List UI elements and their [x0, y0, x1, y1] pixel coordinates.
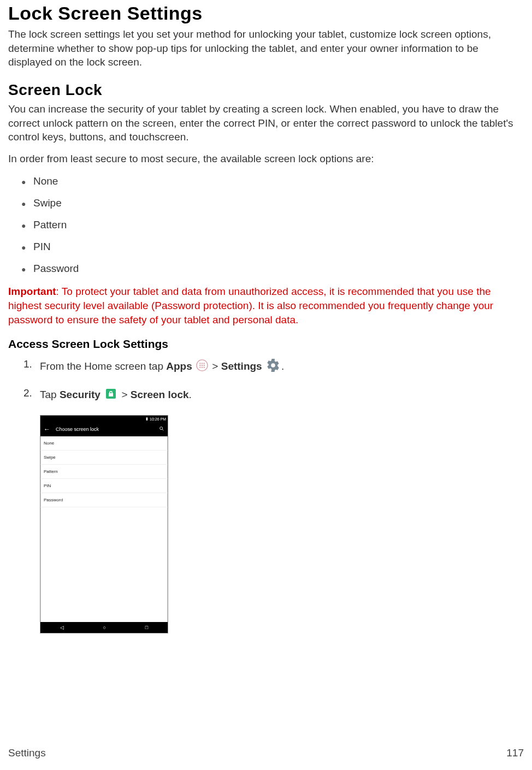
options-list: ●None ●Swipe ●Pattern ●PIN ●Password — [21, 175, 524, 275]
svg-point-8 — [202, 367, 203, 368]
security-label: Security — [60, 389, 101, 400]
option-label: None — [33, 175, 58, 187]
settings-label: Settings — [221, 360, 262, 372]
options-lead-text: In order from least secure to most secur… — [8, 152, 524, 166]
intro-paragraph: The lock screen settings let you set you… — [8, 27, 524, 69]
list-item: ●Pattern — [21, 219, 524, 231]
screen-lock-paragraph: You can increase the security of your ta… — [8, 102, 524, 144]
step-suffix: . — [189, 389, 192, 400]
screen-lock-label: Screen lock — [131, 389, 189, 400]
screen-lock-heading: Screen Lock — [8, 81, 524, 99]
phone-status-bar: ▮ 10:26 PM — [40, 416, 168, 422]
nav-home-icon: ○ — [103, 625, 106, 630]
apps-label: Apps — [166, 360, 192, 372]
battery-icon: ▮ — [146, 417, 148, 421]
phone-option-list: None Swipe Pattern PIN Password — [40, 436, 168, 622]
svg-point-3 — [204, 363, 205, 364]
page-title: Lock Screen Settings — [8, 3, 524, 24]
access-heading: Access Screen Lock Settings — [8, 337, 524, 351]
important-note: Important: To protect your tablet and da… — [8, 285, 524, 327]
svg-point-1 — [199, 363, 200, 364]
nav-recent-icon: □ — [145, 625, 148, 630]
nav-back-icon: ◁ — [60, 625, 64, 630]
important-label: Important — [8, 286, 56, 297]
svg-point-4 — [199, 365, 200, 366]
list-item: Swipe — [40, 451, 168, 465]
gear-icon — [266, 358, 280, 375]
phone-header-title: Choose screen lock — [56, 427, 153, 432]
page-footer: Settings 117 — [8, 747, 524, 759]
option-label: Swipe — [33, 197, 62, 209]
step-suffix: . — [281, 360, 284, 372]
list-item: PIN — [40, 479, 168, 493]
status-time: 10:26 PM — [150, 417, 166, 421]
option-label: Pattern — [33, 219, 67, 230]
lock-icon — [104, 387, 117, 403]
option-label: Password — [33, 263, 79, 274]
list-item: Password — [40, 493, 168, 507]
phone-header: ← Choose screen lock — [40, 422, 168, 436]
svg-point-9 — [204, 367, 205, 368]
svg-point-7 — [199, 367, 200, 368]
list-item: ●PIN — [21, 241, 524, 253]
step-item: From the Home screen tap Apps > Settings… — [23, 358, 524, 375]
important-text: : To protect your tablet and data from u… — [8, 286, 493, 325]
svg-point-5 — [202, 365, 203, 366]
step-separator: > — [212, 360, 221, 372]
phone-nav-bar: ◁ ○ □ — [40, 622, 168, 633]
svg-point-6 — [204, 365, 205, 366]
list-item: ●Password — [21, 263, 524, 275]
page-number: 117 — [506, 747, 524, 759]
svg-point-2 — [202, 363, 203, 364]
svg-line-12 — [162, 430, 163, 431]
step-text-prefix: From the Home screen tap — [40, 360, 166, 372]
step-separator: > — [121, 389, 130, 400]
steps-list: From the Home screen tap Apps > Settings… — [23, 358, 524, 403]
list-item: ●Swipe — [21, 197, 524, 209]
document-page: Lock Screen Settings The lock screen set… — [0, 0, 532, 770]
option-label: PIN — [33, 241, 51, 252]
footer-section-label: Settings — [8, 747, 46, 759]
svg-point-11 — [160, 427, 163, 430]
phone-screenshot: ▮ 10:26 PM ← Choose screen lock None Swi… — [40, 415, 168, 633]
apps-icon — [196, 359, 208, 374]
list-item: None — [40, 436, 168, 451]
step-text-prefix: Tap — [40, 389, 60, 400]
list-item: ●None — [21, 175, 524, 187]
search-icon — [159, 426, 164, 433]
back-arrow-icon: ← — [44, 425, 50, 433]
step-item: Tap Security > Screen lock. — [23, 387, 524, 403]
list-item: Pattern — [40, 465, 168, 479]
